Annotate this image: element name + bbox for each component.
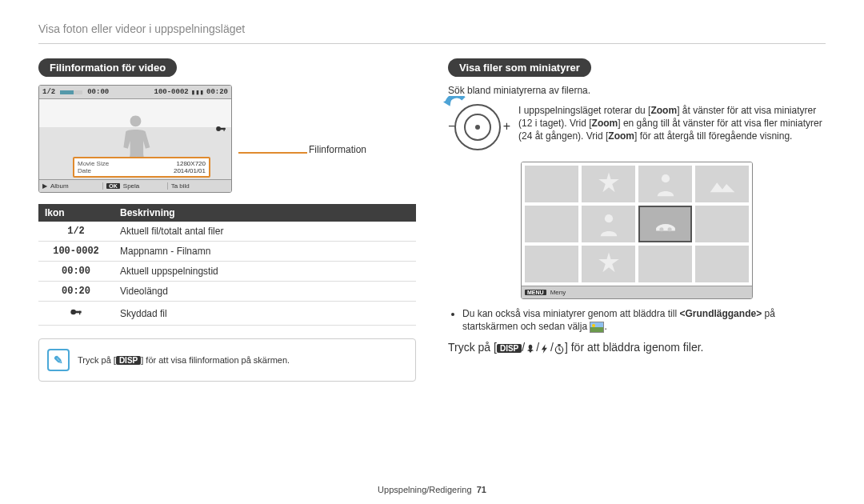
callout: Filinformation — [238, 125, 307, 154]
th-desc: Beskrivning — [114, 204, 416, 222]
thumb-selected — [638, 206, 692, 242]
svg-rect-5 — [79, 311, 80, 315]
left-col: Filinformation för video 1/2 00:00 100-0… — [38, 58, 416, 382]
table-icon: 1/2 — [38, 222, 114, 242]
svg-point-7 — [604, 214, 612, 222]
footbar-play: Spela — [123, 182, 139, 190]
note-text: Tryck på [DISP] för att visa filinformat… — [78, 355, 290, 365]
thumb-bar-label: Meny — [550, 289, 566, 296]
tip-text: I uppspelningsläget roterar du [Zoom] åt… — [518, 104, 826, 143]
th-icon: Ikon — [38, 204, 114, 222]
photo-icon — [590, 322, 604, 333]
breadcrumb: Visa foton eller videor i uppspelningslä… — [38, 22, 826, 35]
thumb — [638, 246, 692, 282]
table-desc: Mappnamn - Filnamn — [114, 242, 416, 262]
thumbnail-grid: MENU Meny — [521, 162, 753, 299]
svg-rect-4 — [75, 311, 82, 314]
table-icon: 00:00 — [38, 262, 114, 282]
svg-point-6 — [661, 174, 669, 182]
footbar-album: Album — [50, 182, 69, 190]
lock-icon — [215, 123, 226, 137]
footbar-tobild: Ta bild — [171, 182, 190, 190]
file-info-box: Movie Size1280X720 Date2014/01/01 — [73, 157, 210, 178]
table-icon: 100-0002 — [38, 242, 114, 262]
progress-bar-icon — [60, 90, 82, 94]
callout-text: Filinformation — [309, 144, 366, 155]
disp-key: DISP — [116, 356, 141, 365]
video-preview: 1/2 00:00 100-0002 ▮▮▮ 00:20 — [38, 85, 232, 193]
note-icon: ✎ — [47, 349, 70, 371]
big-instruction: Tryck på [DISP///] för att bläddra igeno… — [448, 341, 826, 354]
bullet-item: Du kan också visa miniatyrer genom att b… — [462, 307, 826, 333]
thumb — [582, 206, 635, 242]
svg-rect-1 — [220, 128, 226, 130]
thumb — [695, 206, 749, 242]
pv-folderfile: 100-0002 — [154, 88, 189, 96]
info-date-val: 2014/01/01 — [174, 167, 206, 174]
info-size-key: Movie Size — [78, 160, 109, 167]
macro-icon — [525, 343, 536, 354]
left-heading: Filinformation för video — [38, 58, 177, 77]
play-triangle-icon: ▶ — [42, 182, 47, 190]
table-desc: Aktuell uppspelningstid — [114, 262, 416, 282]
footer: Uppspelning/Redigering 71 — [0, 485, 864, 494]
right-col: Visa filer som miniatyrer Sök bland mini… — [448, 58, 826, 382]
svg-rect-2 — [224, 128, 225, 131]
right-intro: Sök bland miniatyrerna av filerna. — [448, 85, 826, 96]
pv-playtime: 00:00 — [87, 88, 109, 96]
thumb — [695, 246, 749, 282]
thumb — [525, 166, 578, 202]
table-icon: 00:20 — [38, 282, 114, 302]
thumb — [638, 166, 692, 202]
disp-key: DISP — [497, 344, 522, 353]
table-desc: Aktuell fil/totalt antal filer — [114, 222, 416, 242]
table-desc: Skyddad fil — [114, 302, 416, 326]
info-date-key: Date — [78, 167, 91, 174]
thumb — [582, 246, 635, 282]
svg-point-9 — [667, 227, 671, 231]
pv-counter: 1/2 — [42, 88, 55, 96]
svg-rect-11 — [558, 344, 561, 346]
ok-chip: OK — [106, 183, 120, 189]
rule — [38, 43, 826, 44]
menu-chip: MENU — [525, 290, 546, 295]
thumb — [525, 206, 578, 242]
svg-point-8 — [659, 227, 663, 231]
right-heading: Visa filer som miniatyrer — [448, 58, 591, 77]
thumb — [525, 246, 578, 282]
zoom-dial: − + — [448, 104, 507, 150]
table-desc: Videolängd — [114, 282, 416, 302]
note-box: ✎ Tryck på [DISP] för att visa filinform… — [38, 338, 416, 382]
plus-icon: + — [503, 119, 510, 134]
flash-icon — [539, 343, 550, 354]
battery-icon: ▮▮▮ — [191, 88, 204, 97]
pv-length: 00:20 — [206, 88, 228, 96]
thumb — [695, 166, 749, 202]
icon-table: Ikon Beskrivning 1/2Aktuell fil/totalt a… — [38, 204, 416, 326]
thumb — [582, 166, 635, 202]
key-icon — [38, 302, 114, 326]
timer-icon — [554, 343, 565, 354]
info-size-val: 1280X720 — [177, 160, 206, 167]
